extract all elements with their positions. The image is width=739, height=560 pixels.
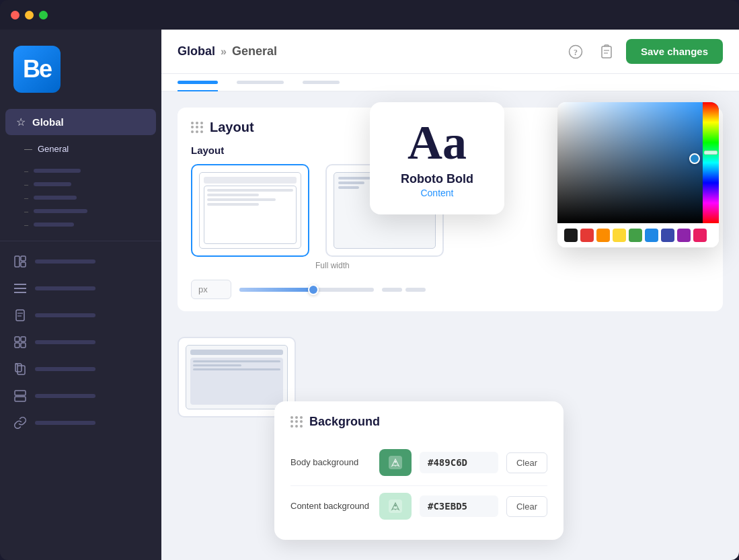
sidebar-item-global[interactable]: ☆ Global xyxy=(5,109,156,135)
sidebar-sub-item-general[interactable]: — General xyxy=(0,139,161,159)
logo-area: Be xyxy=(0,40,161,109)
content-bg-clear-button[interactable]: Clear xyxy=(506,496,547,517)
sidebar-icon-items xyxy=(0,241,161,443)
main-content: Global » General ? xyxy=(161,30,739,560)
bg-row-body: Body background #489C6D Clear xyxy=(290,442,547,483)
swatch-pink[interactable] xyxy=(693,229,707,242)
body-bg-swatch[interactable] xyxy=(379,449,412,476)
breadcrumb-separator: » xyxy=(221,46,227,58)
ph-line-4 xyxy=(34,209,87,213)
link-icon xyxy=(13,416,27,430)
title-bar xyxy=(0,0,739,30)
color-spectrum[interactable] xyxy=(703,102,719,223)
swatch-black[interactable] xyxy=(564,229,578,242)
svg-text:?: ? xyxy=(574,48,578,57)
sidebar-icon-copy[interactable] xyxy=(11,360,151,378)
body-bg-clear-button[interactable]: Clear xyxy=(506,452,547,473)
sidebar-icon-ph-2 xyxy=(35,286,95,290)
width-input[interactable]: px xyxy=(191,280,231,299)
swatch-green[interactable] xyxy=(629,229,642,242)
full-width-label: Full width xyxy=(315,261,350,270)
tab-1[interactable] xyxy=(178,74,218,91)
spacing-ph-lines xyxy=(382,288,426,292)
layout-card-boxed-inner xyxy=(199,172,301,249)
swatch-icon-content xyxy=(389,499,402,513)
swatch-indigo[interactable] xyxy=(661,229,674,242)
maximize-button[interactable] xyxy=(39,11,48,19)
breadcrumb: Global » General xyxy=(178,44,277,58)
sidebar-icon-section[interactable] xyxy=(11,387,151,405)
sidebar-icon-ph-1 xyxy=(35,259,95,264)
minimize-button[interactable] xyxy=(25,11,34,19)
svg-point-23 xyxy=(395,505,397,507)
sidebar-icon-ph-3 xyxy=(35,313,95,317)
sidebar-icon-layout[interactable] xyxy=(11,252,151,271)
svg-rect-16 xyxy=(15,397,26,401)
tab-3[interactable] xyxy=(303,74,340,91)
help-button[interactable]: ? xyxy=(564,40,587,63)
color-picker-card xyxy=(557,102,719,247)
content-bg-swatch[interactable] xyxy=(379,493,412,520)
layout-card-boxed[interactable] xyxy=(191,164,309,257)
font-name: Roboto Bold xyxy=(383,172,491,186)
sidebar-icon-ph-6 xyxy=(35,394,95,398)
header-actions: ? Save changes xyxy=(564,39,723,64)
section-icon xyxy=(13,389,27,403)
tab-ph-active xyxy=(178,81,218,84)
layout-card-labels: Full width xyxy=(191,261,709,270)
ph-line-3 xyxy=(34,196,77,200)
svg-rect-0 xyxy=(15,256,20,267)
sidebar-sub-items: — General – – – xyxy=(0,139,161,234)
tab-2[interactable] xyxy=(237,74,284,91)
sidebar-icon-page[interactable] xyxy=(11,306,151,325)
typography-card: Aa Roboto Bold Content xyxy=(370,102,504,214)
save-changes-button[interactable]: Save changes xyxy=(626,39,723,64)
width-range-thumb xyxy=(308,284,319,295)
background-panel: Background Body background #489C6D xyxy=(274,401,563,540)
body-bg-label: Body background xyxy=(290,457,371,469)
color-gradient-area[interactable] xyxy=(557,102,719,223)
svg-rect-9 xyxy=(15,337,20,342)
close-button[interactable] xyxy=(11,11,20,19)
svg-rect-2 xyxy=(21,262,26,267)
bg-panel-header: Background xyxy=(290,415,547,429)
color-picker-thumb[interactable] xyxy=(689,153,700,164)
page-icon xyxy=(13,309,27,322)
tab-ph-3 xyxy=(303,81,340,84)
sidebar-icon-link[interactable] xyxy=(11,413,151,432)
layout-section-title: Layout xyxy=(210,120,254,135)
breadcrumb-current: General xyxy=(232,44,277,58)
clipboard-button[interactable] xyxy=(595,40,618,63)
width-controls-row: px xyxy=(191,280,709,299)
sidebar-nav: ☆ Global — General – – xyxy=(0,109,161,549)
swatch-icon-body xyxy=(389,456,402,469)
swatch-yellow[interactable] xyxy=(613,229,626,242)
bg-grid-dots-icon xyxy=(290,416,303,428)
svg-rect-11 xyxy=(15,343,20,348)
main-top-bar: Global » General ? xyxy=(161,30,739,74)
spectrum-thumb[interactable] xyxy=(704,151,717,155)
swatch-blue[interactable] xyxy=(645,229,658,242)
content-bg-label: Content background xyxy=(290,501,371,512)
swatch-red[interactable] xyxy=(580,229,594,242)
width-range-fill xyxy=(239,288,313,292)
sidebar: Be ☆ Global — General – xyxy=(0,30,161,560)
sidebar-placeholder-group-1: – – – – xyxy=(0,161,161,234)
svg-rect-10 xyxy=(21,337,26,342)
svg-rect-1 xyxy=(21,256,26,261)
ph-line-5 xyxy=(34,223,74,227)
grid-icon xyxy=(13,335,27,349)
svg-rect-19 xyxy=(602,46,611,58)
bg-row-content: Content background #C3EBD5 Clear xyxy=(290,485,547,526)
sidebar-icon-ph-5 xyxy=(35,367,95,371)
sidebar-icon-grid[interactable] xyxy=(11,333,151,352)
logo: Be xyxy=(13,46,61,93)
swatch-purple[interactable] xyxy=(677,229,691,242)
swatch-orange[interactable] xyxy=(596,229,610,242)
lv-header-1 xyxy=(204,177,297,184)
tabs-row xyxy=(161,74,739,91)
sidebar-icon-menu[interactable] xyxy=(11,279,151,298)
width-range-track[interactable] xyxy=(239,288,374,292)
sidebar-icon-ph-7 xyxy=(35,421,95,425)
blc-inner xyxy=(186,345,288,409)
